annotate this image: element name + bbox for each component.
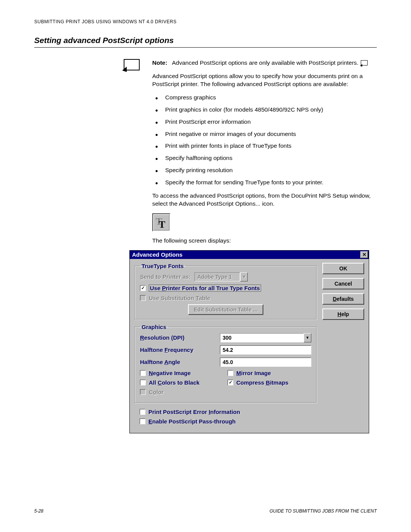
ps-error-checkbox[interactable] [140,409,145,415]
use-printer-fonts-label: Use Printer Fonts for all True Type Font… [149,284,261,292]
resolution-value: 300 [220,333,304,342]
ok-button[interactable]: OK [322,263,364,274]
list-item: Print with printer fonts in place of Tru… [152,142,377,150]
ps-passthrough-label: Enable PostScript Pass-through [148,418,236,425]
list-item: Specify halftoning options [152,154,377,162]
send-to-printer-value: Adobe Type 1 [194,272,240,281]
ps-passthrough-checkbox[interactable] [140,419,145,424]
truetype-icon: T T [152,213,170,232]
options-list: Compress graphics Print graphics in colo… [152,94,377,187]
note-text: Advanced PostScript options are only ava… [172,59,358,66]
use-printer-fonts-checkbox[interactable]: ✓ [140,285,146,291]
compress-bitmaps-checkbox[interactable]: ✓ [228,380,233,385]
use-substitution-label: Use Substitution Table [149,295,210,301]
mirror-image-checkbox[interactable] [228,370,233,376]
dialog-title: Advanced Options [132,251,183,258]
halftone-angle-label: Halftone Angle [140,359,216,365]
ps-error-label: Print PostScript Error Information [148,409,240,415]
defaults-button[interactable]: Defaults [322,293,364,305]
list-item: Compress graphics [152,94,377,102]
chevron-down-icon[interactable]: ▼ [304,333,311,342]
halftone-frequency-label: Halftone Frequency [140,347,216,353]
negative-image-label: Negative Image [149,370,191,376]
book-title: GUIDE TO SUBMITTING JOBS FROM THE CLIENT [269,508,377,514]
graphics-legend: Graphics [140,324,168,330]
chevron-down-icon: ▼ [240,272,248,281]
note-label: Note: [152,59,167,66]
section-title: Setting advanced PostScript options [34,36,377,45]
halftone-angle-input[interactable]: 45.0 [220,358,311,367]
color-checkbox [140,389,146,395]
page-number: 5-28 [34,508,43,514]
list-item: Print negative or mirror images of your … [152,130,377,138]
access-paragraph: To access the advanced PostScript option… [152,192,377,208]
advanced-options-dialog: Advanced Options ✕ TrueType Fonts Send t… [129,250,369,433]
halftone-frequency-input[interactable]: 54.2 [220,345,311,355]
resolution-combo[interactable]: 300 ▼ [220,333,311,342]
list-item: Specify the format for sending TrueType … [152,179,377,187]
all-colors-black-label: All Colors to Black [149,379,199,386]
note-paragraph: Note: Advanced PostScript options are on… [152,59,377,67]
truetype-group: TrueType Fonts Send to Printer as: Adobe… [134,263,317,320]
intro-paragraph: Advanced PostScript options allow you to… [152,72,377,88]
following-paragraph: The following screen displays: [152,237,377,245]
edit-substitution-button: Edit Substitution Table ... [188,304,264,315]
title-rule [34,47,377,48]
running-header: SUBMITTING PRINT JOBS USING WINDOWS NT 4… [34,19,377,24]
list-item: Print PostScript error information [152,118,377,126]
note-icon [124,59,140,72]
all-colors-black-checkbox[interactable] [140,380,146,385]
dialog-titlebar[interactable]: Advanced Options ✕ [130,251,369,259]
graphics-group: Graphics Resolution (DPI) 300 ▼ Halftone… [134,324,317,403]
close-icon[interactable]: ✕ [360,251,368,258]
inline-note-icon [361,60,368,66]
cancel-button[interactable]: Cancel [322,278,364,289]
compress-bitmaps-label: Compress Bitmaps [236,379,288,386]
list-item: Specify printing resolution [152,166,377,174]
color-label: Color [149,389,164,395]
help-button[interactable]: Help [322,308,364,320]
resolution-label: Resolution (DPI) [140,334,216,341]
send-to-printer-label: Send to Printer as: [140,273,191,280]
send-to-printer-combo: Adobe Type 1 ▼ [194,272,248,281]
list-item: Print graphics in color (for models 4850… [152,106,377,114]
negative-image-checkbox[interactable] [140,370,146,376]
mirror-image-label: Mirror Image [236,370,271,376]
use-substitution-checkbox [140,295,146,301]
truetype-legend: TrueType Fonts [140,263,185,269]
